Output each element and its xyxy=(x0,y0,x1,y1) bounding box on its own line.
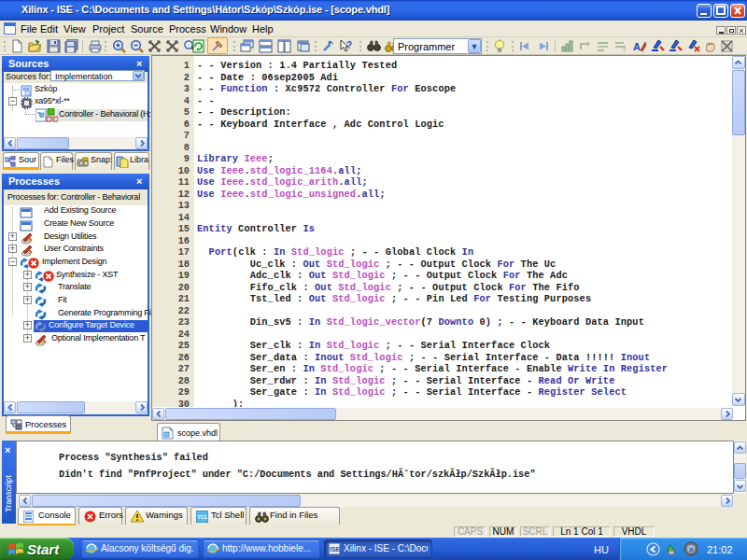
svg-text:TCL: TCL xyxy=(197,514,208,520)
svg-text:?: ? xyxy=(346,40,352,50)
svg-text:?: ? xyxy=(622,46,627,53)
svg-text:ISE: ISE xyxy=(330,546,341,553)
svg-text:A: A xyxy=(633,41,641,52)
svg-text:a: a xyxy=(689,545,694,553)
